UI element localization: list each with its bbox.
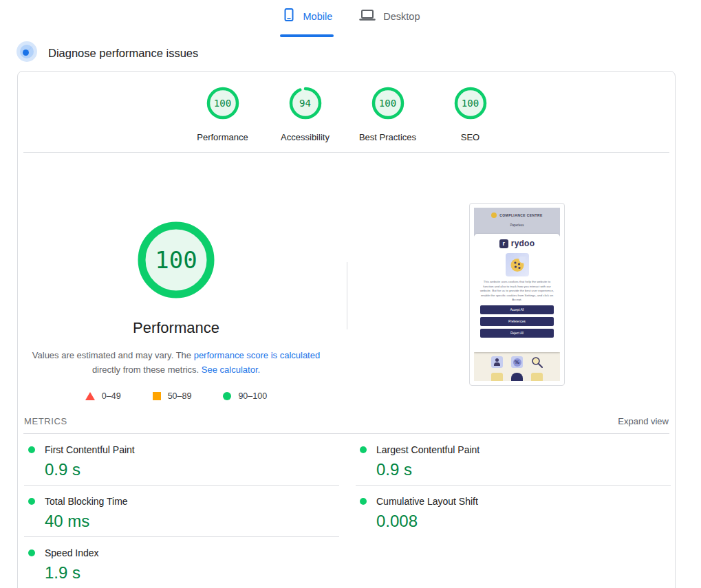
- pass-dot-icon: [28, 498, 35, 505]
- expand-view-link[interactable]: Expand view: [618, 416, 669, 426]
- device-tabs: Mobile Desktop: [0, 4, 701, 37]
- tab-desktop[interactable]: Desktop: [357, 4, 421, 37]
- vertical-divider: [347, 262, 347, 329]
- metric-speed-index: Speed Index 1.9 s: [24, 537, 339, 588]
- metric-cell-empty: [356, 537, 671, 588]
- legend-fail: 0–49: [85, 391, 121, 401]
- performance-summary: 100 Performance Values are estimated and…: [18, 219, 334, 401]
- accept-all-button: Accept All: [480, 305, 554, 314]
- percent-tile-icon: %: [511, 356, 523, 368]
- metric-name: Cumulative Layout Shift: [376, 496, 478, 507]
- speedometer-icon: [17, 41, 37, 65]
- performance-gauge: 100: [135, 219, 217, 301]
- screenshot-content: COMPLIANCE CENTRE Paperless r rydoo: [474, 208, 560, 381]
- cookie-consent-modal: r rydoo This website uses coo: [474, 234, 560, 352]
- pass-circle-icon: [223, 392, 231, 400]
- final-screenshot-thumbnail[interactable]: COMPLIANCE CENTRE Paperless r rydoo: [469, 203, 565, 386]
- compliance-logo-dot: [491, 213, 497, 218]
- reject-all-button: Reject All: [480, 329, 554, 338]
- cookie-consent-text: This website uses cookies that help the …: [479, 280, 555, 303]
- metric-name: Largest Contentful Paint: [376, 444, 479, 455]
- performance-score: 100: [135, 219, 217, 301]
- paperless-text: Paperless: [474, 224, 560, 227]
- estimate-note-text: Values are estimated and may vary. The: [32, 350, 194, 360]
- legend-label: 90–100: [238, 391, 267, 401]
- cookie-illustration: [506, 253, 529, 276]
- legend-label: 0–49: [102, 391, 121, 401]
- rydoo-logo: r rydoo: [474, 239, 560, 248]
- screenshot-thumbnail-art: %: [474, 352, 560, 381]
- pass-dot-icon: [360, 498, 367, 505]
- report-card: 100 Performance 94 Accessibility: [17, 71, 676, 588]
- tab-desktop-label: Desktop: [383, 11, 420, 22]
- legend-label: 50–89: [168, 391, 192, 401]
- estimate-note-text: directly from these metrics.: [92, 364, 202, 375]
- gauge-score: 100: [454, 87, 487, 120]
- gauge-score: 94: [289, 87, 322, 120]
- fail-triangle-icon: [85, 392, 95, 400]
- estimate-note: Values are estimated and may vary. The p…: [32, 348, 320, 378]
- gauge-label: SEO: [461, 132, 479, 142]
- average-square-icon: [153, 392, 161, 400]
- metrics-grid: First Contentful Paint 0.9 s Largest Con…: [24, 434, 671, 588]
- legend-average: 50–89: [153, 391, 192, 401]
- person-tile-icon: [491, 356, 503, 368]
- gauge-score: 100: [371, 87, 405, 120]
- tab-mobile-label: Mobile: [303, 11, 333, 22]
- gauge-label: Performance: [197, 132, 248, 142]
- pagespeed-report: Mobile Desktop Diagnose performance issu…: [0, 0, 701, 588]
- metrics-heading: METRICS: [24, 416, 67, 426]
- metric-largest-contentful-paint: Largest Contentful Paint 0.9 s: [356, 434, 671, 486]
- metric-cumulative-layout-shift: Cumulative Layout Shift 0.008: [356, 486, 671, 537]
- category-scores-row: 100 Performance 94 Accessibility: [18, 87, 675, 142]
- metric-value: 1.9 s: [45, 563, 336, 582]
- metrics-header: METRICS Expand view: [24, 416, 669, 426]
- performance-title: Performance: [133, 319, 219, 337]
- metric-name: Total Blocking Time: [45, 496, 128, 507]
- gauge-seo[interactable]: 100 SEO: [429, 87, 512, 142]
- gauge-label: Accessibility: [281, 132, 330, 142]
- metric-name: First Contentful Paint: [45, 444, 135, 455]
- screenshot-site-header: COMPLIANCE CENTRE Paperless: [474, 208, 560, 236]
- metric-total-blocking-time: Total Blocking Time 40 ms: [24, 486, 339, 537]
- metric-value: 0.008: [376, 512, 668, 531]
- see-calculator-link[interactable]: See calculator.: [202, 364, 260, 375]
- rydoo-logo-mark: r: [499, 239, 508, 248]
- desktop-laptop-icon: [358, 7, 376, 26]
- art-tile: [491, 373, 503, 381]
- gauge-label: Best Practices: [359, 132, 416, 142]
- gauge-performance[interactable]: 100 Performance: [182, 87, 264, 142]
- diagnose-section-header: Diagnose performance issues: [17, 41, 198, 65]
- preferences-button: Preferences: [480, 317, 554, 326]
- metric-value: 40 ms: [45, 512, 336, 531]
- compliance-centre-text: COMPLIANCE CENTRE: [499, 213, 542, 217]
- pass-dot-icon: [28, 446, 35, 453]
- gauge-best-practices[interactable]: 100 Best Practices: [347, 87, 429, 142]
- magnifier-icon: [531, 356, 543, 368]
- mobile-phone-icon: [281, 7, 296, 26]
- art-tile: [531, 373, 543, 381]
- metric-name: Speed Index: [45, 547, 99, 558]
- section-title: Diagnose performance issues: [48, 47, 198, 60]
- art-tile: [511, 373, 523, 381]
- gauge-score: 100: [206, 87, 239, 120]
- pass-dot-icon: [28, 549, 35, 556]
- rydoo-logo-text: rydoo: [511, 239, 535, 248]
- pass-dot-icon: [360, 446, 367, 453]
- divider: [23, 152, 669, 153]
- metric-first-contentful-paint: First Contentful Paint 0.9 s: [24, 434, 339, 486]
- tab-mobile[interactable]: Mobile: [280, 4, 334, 37]
- percent-glyph: %: [513, 358, 521, 367]
- metric-value: 0.9 s: [45, 460, 336, 479]
- legend-pass: 90–100: [223, 391, 267, 401]
- metric-value: 0.9 s: [376, 460, 668, 479]
- gauge-accessibility[interactable]: 94 Accessibility: [264, 87, 347, 142]
- score-legend: 0–49 50–89 90–100: [85, 391, 267, 401]
- performance-score-link[interactable]: performance score is calculated: [194, 350, 321, 360]
